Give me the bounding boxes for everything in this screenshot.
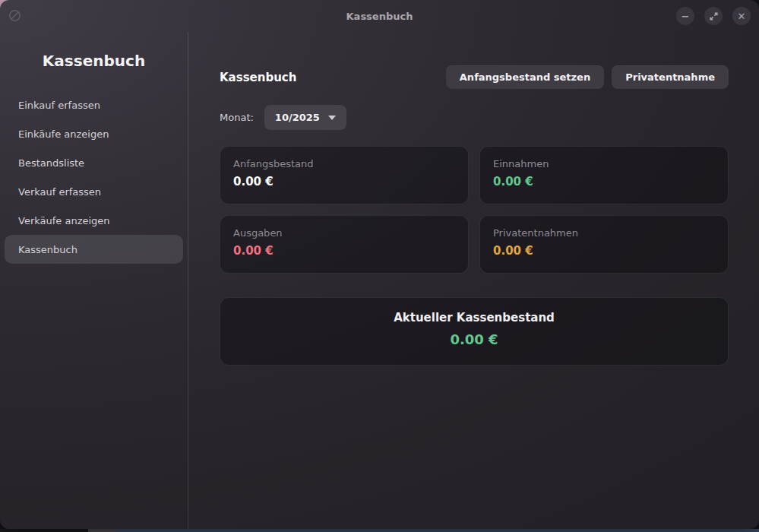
card-label: Privatentnahmen — [493, 227, 715, 239]
window-title: Kassenbuch — [0, 11, 759, 22]
close-button[interactable]: ✕ — [732, 7, 751, 25]
card-value: 0.00 € — [493, 244, 715, 258]
app-window: Kassenbuch − ✕ Kassenbuch Einkauf erfass… — [0, 0, 759, 529]
card-value: 0.00 € — [233, 175, 455, 188]
card-label: Einnahmen — [493, 158, 715, 169]
sidebar-item-einkauf-erfassen[interactable]: Einkauf erfassen — [5, 90, 183, 119]
header-actions: Anfangsbestand setzen Privatentnahme — [446, 65, 729, 89]
sidebar-item-verkaeufe-anzeigen[interactable]: Verkäufe anzeigen — [5, 206, 183, 235]
private-withdrawal-button[interactable]: Privatentnahme — [612, 65, 729, 89]
chevron-down-icon — [328, 116, 336, 120]
card-einnahmen: Einnahmen 0.00 € — [479, 146, 729, 204]
sidebar-item-verkauf-erfassen[interactable]: Verkauf erfassen — [5, 177, 183, 206]
month-dropdown-value: 10/2025 — [275, 112, 320, 123]
card-value: 0.00 € — [493, 175, 715, 188]
current-balance-title: Aktueller Kassenbestand — [220, 311, 728, 325]
card-label: Anfangsbestand — [233, 158, 455, 169]
sidebar: Kassenbuch Einkauf erfassen Einkäufe anz… — [0, 32, 188, 529]
window-controls: − ✕ — [676, 7, 751, 25]
desktop-taskbar-segment-dark — [0, 529, 88, 532]
maximize-icon[interactable] — [704, 7, 723, 25]
summary-cards: Anfangsbestand 0.00 € Einnahmen 0.00 € A… — [220, 146, 729, 274]
desktop-taskbar-segment-gray — [88, 529, 115, 532]
card-privatentnahmen: Privatentnahmen 0.00 € — [479, 215, 729, 274]
card-value: 0.00 € — [233, 244, 455, 258]
month-label: Monat: — [220, 112, 254, 123]
sidebar-item-einkaeufe-anzeigen[interactable]: Einkäufe anzeigen — [5, 119, 183, 148]
card-label: Ausgaben — [233, 227, 455, 239]
month-dropdown[interactable]: 10/2025 — [264, 105, 346, 130]
card-ausgaben: Ausgaben 0.00 € — [220, 215, 469, 274]
current-balance-card: Aktueller Kassenbestand 0.00 € — [220, 297, 729, 366]
sidebar-app-title: Kassenbuch — [0, 45, 188, 77]
main-content: Kassenbuch Anfangsbestand setzen Private… — [188, 32, 759, 529]
sidebar-item-bestandsliste[interactable]: Bestandsliste — [5, 148, 183, 177]
month-row: Monat: 10/2025 — [220, 105, 729, 130]
main-header: Kassenbuch Anfangsbestand setzen Private… — [220, 65, 729, 89]
minimize-button[interactable]: − — [676, 7, 694, 25]
titlebar[interactable]: Kassenbuch − ✕ — [0, 0, 759, 32]
page-title: Kassenbuch — [220, 71, 296, 84]
current-balance-value: 0.00 € — [220, 331, 728, 347]
set-opening-balance-button[interactable]: Anfangsbestand setzen — [446, 65, 604, 89]
window-body: Kassenbuch Einkauf erfassen Einkäufe anz… — [0, 32, 759, 529]
prohibition-app-icon — [8, 9, 21, 22]
sidebar-item-kassenbuch[interactable]: Kassenbuch — [5, 235, 183, 264]
card-anfangsbestand: Anfangsbestand 0.00 € — [220, 146, 469, 204]
